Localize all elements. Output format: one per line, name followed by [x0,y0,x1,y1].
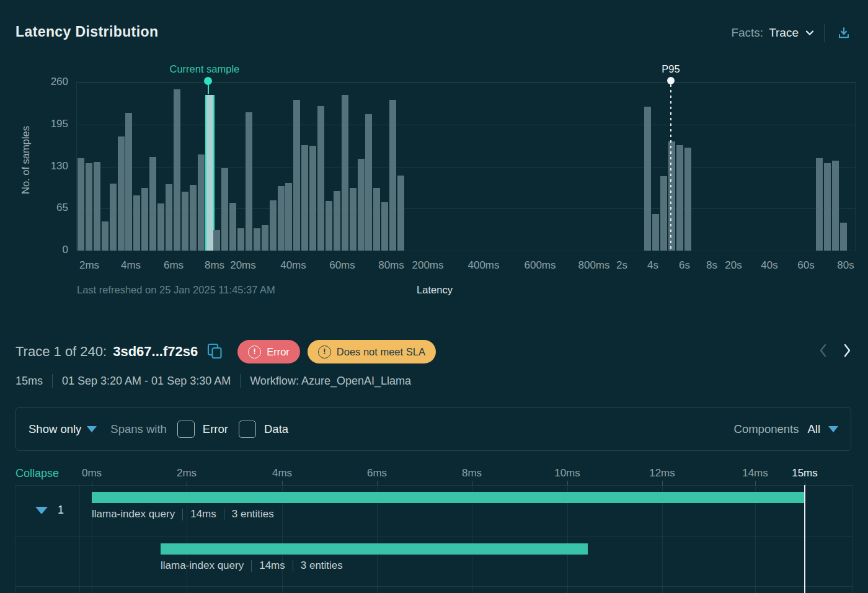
histogram-bar[interactable] [213,230,220,251]
histogram-bar[interactable] [358,159,365,251]
error-checkbox[interactable] [177,421,195,438]
histogram-bar[interactable] [94,162,100,251]
span-duration: 14ms [190,508,216,520]
histogram-bar[interactable] [166,184,172,251]
histogram-bar[interactable] [824,163,831,251]
trace-workflow: Workflow: Azure_OpenAI_Llama [250,375,411,388]
x-tick-label: 20ms [230,259,256,272]
histogram-bar[interactable] [190,185,197,251]
histogram-bar[interactable] [86,163,92,251]
histogram-bar[interactable] [198,154,205,251]
histogram-bar[interactable] [118,136,125,251]
histogram-bar[interactable] [221,168,228,251]
histogram-bar[interactable] [326,201,332,251]
histogram-bar[interactable] [78,158,84,251]
sla-badge-label: Does not meet SLA [337,346,425,358]
components-label: Components [734,422,799,436]
x-tick-label: 4s [647,259,658,272]
download-button[interactable] [833,22,854,43]
components-value: All [807,422,820,436]
histogram-bar[interactable] [141,188,148,251]
y-gridline [77,82,855,83]
histogram-bar[interactable] [309,146,316,251]
x-tick-label: 600ms [524,259,556,272]
timeline-tick-label: 2ms [177,467,197,479]
facts-dropdown[interactable]: Facts: Trace [731,26,815,40]
histogram-bar[interactable] [676,145,683,251]
spans-with-label: Spans with [110,422,167,436]
previous-trace-button[interactable] [818,342,828,359]
histogram-bar[interactable] [660,176,667,251]
copy-trace-id-button[interactable] [205,342,225,362]
histogram-bar[interactable] [149,157,156,251]
error-icon: ! [248,346,261,359]
histogram-bar[interactable] [317,106,324,251]
span-bar[interactable] [161,543,588,555]
histogram-bar[interactable] [125,113,132,251]
histogram-bar[interactable] [174,89,180,251]
histogram-bar[interactable] [684,148,691,251]
timeline-tick-label: 15ms [792,467,818,479]
histogram-bar[interactable] [668,141,675,251]
histogram-bar[interactable] [246,112,252,251]
histogram-bar[interactable] [157,203,164,251]
histogram-bar[interactable] [262,225,268,251]
current-sample-bar[interactable] [205,95,215,251]
trace-time-range: 01 Sep 3:20 AM - 01 Sep 3:30 AM [62,375,231,388]
facts-label: Facts: [731,26,763,40]
y-axis-title: No. of samples [20,126,32,194]
histogram-bar[interactable] [350,188,356,251]
show-only-dropdown[interactable]: Show only [29,422,97,436]
histogram-bar[interactable] [278,186,285,251]
x-axis-title: Latency [417,284,453,296]
histogram-bar[interactable] [229,203,236,251]
data-checkbox-label: Data [264,422,288,436]
x-tick-label: 60s [797,259,814,272]
histogram-bar[interactable] [644,107,651,251]
histogram-bar[interactable] [293,100,300,251]
header-actions: Facts: Trace [731,22,854,43]
span-label: llama-index query 14ms 3 entities [161,560,343,572]
x-tick-label: 2ms [79,259,99,272]
y-tick-label: 260 [31,76,68,88]
histogram-bar[interactable] [342,95,348,251]
trace-pagination [818,342,852,359]
trace-meta-row: 15ms 01 Sep 3:20 AM - 01 Sep 3:30 AM Wor… [16,374,411,388]
histogram-bar[interactable] [237,228,244,251]
histogram-bar[interactable] [832,161,839,251]
histogram-bar[interactable] [840,223,847,251]
components-dropdown[interactable]: Components All [734,422,838,436]
current-sample-label: Current sample [169,63,239,75]
timeline-ruler: 0ms2ms4ms6ms8ms10ms12ms14ms15ms [0,464,868,485]
histogram-bar[interactable] [270,200,277,251]
timeline-tick-mark [567,481,568,485]
histogram-bar[interactable] [381,202,388,251]
histogram-bar[interactable] [301,145,308,251]
gantt-row-divider [16,537,852,537]
histogram-bar[interactable] [389,100,396,251]
histogram-bar[interactable] [365,114,372,251]
histogram-bar[interactable] [110,184,117,251]
histogram-bar[interactable] [334,191,340,251]
y-tick-label: 0 [31,244,68,256]
data-checkbox[interactable] [239,421,256,438]
warning-icon: ! [318,346,331,359]
span-bar[interactable] [92,492,804,503]
histogram-bar[interactable] [816,158,823,251]
collapse-row-icon[interactable] [35,507,48,514]
histogram-bar[interactable] [397,176,404,251]
histogram-bar[interactable] [133,195,140,251]
trace-counter: Trace 1 of 240: [16,344,107,360]
histogram-bar[interactable] [182,192,188,251]
trace-duration: 15ms [16,375,43,388]
histogram-bar[interactable] [373,188,380,251]
histogram-bar[interactable] [102,221,108,251]
meta-divider [240,374,241,388]
next-trace-button[interactable] [843,342,852,359]
trace-id: 3sd67...f72s6 [113,344,198,360]
histogram-bar[interactable] [652,214,659,251]
span-name: llama-index query [161,560,244,572]
histogram-bar[interactable] [285,183,292,251]
histogram-bar[interactable] [254,228,260,251]
span-label: llama-index query 14ms 3 entities [92,508,274,520]
